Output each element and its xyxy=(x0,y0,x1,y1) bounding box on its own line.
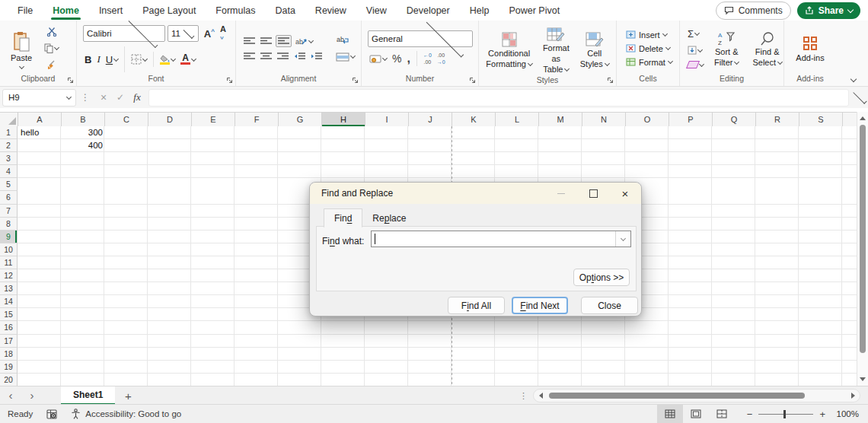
font-dialog-launcher-icon[interactable] xyxy=(226,77,233,84)
collapse-ribbon-chevron-icon[interactable] xyxy=(850,76,857,82)
font-size-select[interactable]: 11 xyxy=(168,25,199,42)
row-header-17[interactable]: 17 xyxy=(0,335,18,348)
name-box[interactable]: H9 xyxy=(2,89,76,107)
menu-tab-formulas[interactable]: Formulas xyxy=(206,0,265,21)
scroll-up-arrow[interactable] xyxy=(857,112,868,124)
expand-formula-bar-chevron-icon[interactable] xyxy=(853,90,866,103)
delete-cells-button[interactable]: Delete xyxy=(626,44,670,53)
dialog-title-bar[interactable]: Find and Replace × xyxy=(310,183,641,204)
column-header-C[interactable]: C xyxy=(105,113,148,127)
menu-tab-home[interactable]: Home xyxy=(43,0,89,21)
scroll-left-arrow[interactable] xyxy=(534,393,547,399)
number-dialog-launcher-icon[interactable] xyxy=(469,77,476,84)
column-header-Q[interactable]: Q xyxy=(713,113,756,127)
next-sheet-arrow-icon[interactable]: › xyxy=(21,387,43,404)
find-all-button[interactable]: Find All xyxy=(448,297,505,314)
grow-font-button[interactable]: A^ xyxy=(204,28,215,40)
borders-button[interactable] xyxy=(129,52,148,66)
accounting-format-button[interactable] xyxy=(368,52,388,65)
decrease-indent-button[interactable] xyxy=(292,51,307,62)
addins-button[interactable]: Add-ins xyxy=(791,34,828,63)
row-header-10[interactable]: 10 xyxy=(0,243,18,256)
orientation-button[interactable]: ab xyxy=(294,35,314,47)
format-as-table-button[interactable]: Format as Table xyxy=(538,24,574,75)
tab-scroll-divider-icon[interactable]: ⋮ xyxy=(519,391,528,401)
paste-button[interactable]: Paste xyxy=(6,29,37,68)
column-header-O[interactable]: O xyxy=(626,113,669,127)
find-next-button[interactable]: Find Next xyxy=(512,297,568,314)
row-header-2[interactable]: 2 xyxy=(0,139,18,152)
find-what-dropdown-button[interactable] xyxy=(615,231,630,246)
cell-A1[interactable]: hello xyxy=(18,126,62,139)
paste-chevron-icon[interactable] xyxy=(19,63,24,68)
insert-function-button[interactable]: fx xyxy=(129,91,145,103)
row-header-18[interactable]: 18 xyxy=(0,348,18,361)
view-normal-button[interactable] xyxy=(657,405,683,423)
wrap-text-button[interactable]: ab xyxy=(334,34,356,47)
column-header-M[interactable]: M xyxy=(539,113,582,127)
horizontal-scrollbar[interactable] xyxy=(533,389,860,402)
align-center-button[interactable] xyxy=(259,51,273,62)
row-header-16[interactable]: 16 xyxy=(0,321,18,334)
column-header-N[interactable]: N xyxy=(582,113,626,127)
zoom-in-button[interactable]: + xyxy=(819,409,825,420)
format-painter-icon[interactable] xyxy=(43,60,60,70)
align-left-button[interactable] xyxy=(242,51,257,62)
font-color-button[interactable]: A xyxy=(179,52,197,66)
share-chevron-icon[interactable] xyxy=(847,6,854,12)
column-header-P[interactable]: P xyxy=(669,113,713,127)
column-header-R[interactable]: R xyxy=(756,113,799,127)
cell-B1[interactable]: 300 xyxy=(61,126,105,139)
find-select-button[interactable]: Find & Select xyxy=(748,29,787,68)
menu-tab-insert[interactable]: Insert xyxy=(89,0,132,21)
zoom-out-button[interactable]: − xyxy=(747,409,753,420)
row-header-15[interactable]: 15 xyxy=(0,308,18,321)
column-header-G[interactable]: G xyxy=(279,113,322,127)
column-header-A[interactable]: A xyxy=(18,113,62,127)
accessibility-status[interactable]: Accessibility: Good to go xyxy=(85,409,181,418)
row-header-6[interactable]: 6 xyxy=(0,191,18,204)
menu-tab-file[interactable]: File xyxy=(8,0,43,21)
menu-tab-help[interactable]: Help xyxy=(460,0,499,21)
column-header-L[interactable]: L xyxy=(496,113,539,127)
font-family-select[interactable]: Calibri xyxy=(83,25,165,42)
comments-button[interactable]: Comments xyxy=(716,2,791,20)
row-header-8[interactable]: 8 xyxy=(0,218,18,231)
row-header-12[interactable]: 12 xyxy=(0,269,18,282)
menu-tab-power-pivot[interactable]: Power Pivot xyxy=(499,0,570,21)
prev-sheet-arrow-icon[interactable]: ‹ xyxy=(0,387,21,404)
tab-replace[interactable]: Replace xyxy=(362,210,416,227)
row-header-14[interactable]: 14 xyxy=(0,295,18,308)
column-header-K[interactable]: K xyxy=(452,113,496,127)
styles-dialog-launcher-icon[interactable] xyxy=(607,77,614,84)
close-button[interactable]: Close xyxy=(581,297,638,314)
view-page-layout-button[interactable] xyxy=(683,405,709,423)
copy-button[interactable] xyxy=(43,42,60,55)
menu-tab-review[interactable]: Review xyxy=(305,0,356,21)
find-what-input[interactable] xyxy=(371,231,631,247)
underline-button[interactable]: U xyxy=(104,52,120,67)
row-header-5[interactable]: 5 xyxy=(0,178,18,191)
row-header-9[interactable]: 9 xyxy=(0,231,18,243)
number-format-select[interactable]: General xyxy=(368,30,473,47)
decrease-decimal-button[interactable]: .00→0 xyxy=(436,51,447,66)
dialog-close-icon[interactable]: × xyxy=(609,183,641,204)
column-header-F[interactable]: F xyxy=(235,113,279,127)
cancel-entry-icon[interactable]: × xyxy=(95,91,112,103)
insert-cells-button[interactable]: Insert xyxy=(626,30,667,40)
cell-styles-button[interactable]: Cell Styles xyxy=(576,29,614,69)
alignment-dialog-launcher-icon[interactable] xyxy=(352,77,359,84)
menu-tab-view[interactable]: View xyxy=(356,0,397,21)
column-header-I[interactable]: I xyxy=(365,113,409,127)
new-sheet-button[interactable]: + xyxy=(115,390,141,402)
cut-icon[interactable] xyxy=(43,27,60,37)
view-page-break-button[interactable] xyxy=(709,405,735,423)
italic-button[interactable]: I xyxy=(95,52,101,67)
formula-input[interactable] xyxy=(148,89,849,107)
zoom-slider-handle[interactable] xyxy=(783,410,786,418)
increase-decimal-button[interactable]: ←0.00 xyxy=(422,51,433,66)
row-header-19[interactable]: 19 xyxy=(0,361,18,374)
column-header-J[interactable]: J xyxy=(409,113,452,127)
format-cells-button[interactable]: Format xyxy=(626,58,672,67)
middle-align-button[interactable] xyxy=(259,36,273,46)
